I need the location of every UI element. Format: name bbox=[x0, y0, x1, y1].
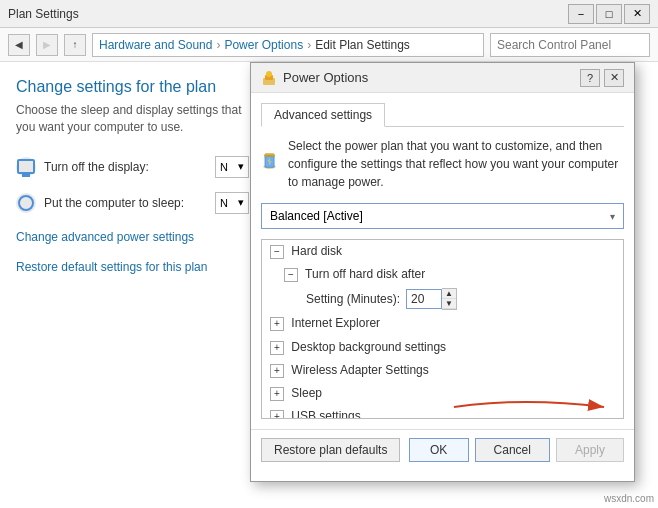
up-button[interactable]: ↑ bbox=[64, 34, 86, 56]
path-part1[interactable]: Hardware and Sound bbox=[99, 38, 212, 52]
modal-help-button[interactable]: ? bbox=[580, 69, 600, 87]
spin-up-btn[interactable]: ▲ bbox=[442, 289, 456, 299]
minutes-value[interactable]: 20 bbox=[406, 289, 442, 309]
display-setting-row: Turn off the display: N ▾ bbox=[16, 156, 249, 178]
watermark: wsxdn.com bbox=[604, 493, 654, 504]
info-section: Select the power plan that you want to c… bbox=[261, 137, 624, 191]
expand-desktop-icon[interactable]: + bbox=[270, 341, 284, 355]
apply-button[interactable]: Apply bbox=[556, 438, 624, 462]
maximize-button[interactable]: □ bbox=[596, 4, 622, 24]
expand-wireless-icon[interactable]: + bbox=[270, 364, 284, 378]
minutes-spinner[interactable]: ▲ ▼ bbox=[442, 288, 457, 310]
restore-plan-defaults-button[interactable]: Restore plan defaults bbox=[261, 438, 400, 462]
modal-body: Advanced settings Select the power plan … bbox=[251, 93, 634, 429]
expand-sleep-icon[interactable]: + bbox=[270, 387, 284, 401]
back-button[interactable]: ◀ bbox=[8, 34, 30, 56]
path-sep2: › bbox=[307, 38, 311, 52]
display-label: Turn off the display: bbox=[44, 160, 207, 174]
tree-item-desktop-bg[interactable]: + Desktop background settings bbox=[262, 336, 623, 359]
cancel-button[interactable]: Cancel bbox=[475, 438, 550, 462]
svg-point-2 bbox=[266, 71, 272, 77]
tree-item-wireless[interactable]: + Wireless Adapter Settings bbox=[262, 359, 623, 382]
window-controls: − □ ✕ bbox=[568, 4, 650, 24]
tree-item-hard-disk[interactable]: − Hard disk bbox=[262, 240, 623, 263]
tree-item-turn-off-hd[interactable]: − Turn off hard disk after bbox=[262, 263, 623, 286]
spin-down-btn[interactable]: ▼ bbox=[442, 299, 456, 309]
path-part2[interactable]: Power Options bbox=[224, 38, 303, 52]
tab-bar: Advanced settings bbox=[261, 103, 624, 127]
collapse-hard-disk-icon[interactable]: − bbox=[270, 245, 284, 259]
sleep-label: Put the computer to sleep: bbox=[44, 196, 207, 210]
collapse-turn-off-icon[interactable]: − bbox=[284, 268, 298, 282]
address-path: Hardware and Sound › Power Options › Edi… bbox=[92, 33, 484, 57]
search-input[interactable] bbox=[490, 33, 650, 57]
restore-default-link[interactable]: Restore default settings for this plan bbox=[16, 260, 249, 274]
modal-power-icon bbox=[261, 70, 277, 86]
restore-arrow-annotation bbox=[444, 392, 624, 422]
panel-subtitle: Choose the sleep and display settings th… bbox=[16, 102, 249, 136]
panel-title: Change settings for the plan bbox=[16, 78, 249, 96]
minimize-button[interactable]: − bbox=[568, 4, 594, 24]
display-value: N bbox=[220, 161, 228, 173]
title-bar: Plan Settings − □ ✕ bbox=[0, 0, 658, 28]
power-options-dialog: Power Options ? ✕ Advanced settings Sele… bbox=[250, 62, 635, 482]
dialog-buttons: OK Cancel Apply bbox=[409, 438, 624, 462]
path-part3: Edit Plan Settings bbox=[315, 38, 410, 52]
info-text: Select the power plan that you want to c… bbox=[288, 137, 624, 191]
modal-controls: ? ✕ bbox=[580, 69, 624, 87]
expand-usb-icon[interactable]: + bbox=[270, 410, 284, 419]
path-sep1: › bbox=[216, 38, 220, 52]
advanced-settings-link[interactable]: Change advanced power settings bbox=[16, 230, 249, 244]
sleep-setting-row: Put the computer to sleep: N ▾ bbox=[16, 192, 249, 214]
tree-item-setting-minutes: Setting (Minutes): 20 ▲ ▼ bbox=[262, 286, 623, 312]
ok-button[interactable]: OK bbox=[409, 438, 469, 462]
power-cup-icon bbox=[261, 137, 278, 183]
plan-dropdown-value: Balanced [Active] bbox=[270, 209, 363, 223]
close-button[interactable]: ✕ bbox=[624, 4, 650, 24]
display-dropdown[interactable]: N ▾ bbox=[215, 156, 249, 178]
plan-dropdown[interactable]: Balanced [Active] ▾ bbox=[261, 203, 624, 229]
display-icon bbox=[16, 157, 36, 177]
forward-button[interactable]: ▶ bbox=[36, 34, 58, 56]
setting-minutes-label: Setting (Minutes): bbox=[306, 292, 400, 306]
address-bar: ◀ ▶ ↑ Hardware and Sound › Power Options… bbox=[0, 28, 658, 62]
window-title: Plan Settings bbox=[8, 7, 79, 21]
modal-close-button[interactable]: ✕ bbox=[604, 69, 624, 87]
sleep-value: N bbox=[220, 197, 228, 209]
tree-item-internet-explorer[interactable]: + Internet Explorer bbox=[262, 312, 623, 335]
modal-title: Power Options bbox=[283, 70, 580, 85]
plan-dropdown-arrow: ▾ bbox=[610, 211, 615, 222]
monitor-icon bbox=[17, 159, 35, 174]
svg-rect-7 bbox=[265, 153, 274, 155]
tab-advanced-settings[interactable]: Advanced settings bbox=[261, 103, 385, 127]
expand-ie-icon[interactable]: + bbox=[270, 317, 284, 331]
display-dropdown-arrow: ▾ bbox=[238, 160, 244, 173]
sleep-circle-icon bbox=[18, 195, 34, 211]
left-panel: Change settings for the plan Choose the … bbox=[16, 78, 261, 492]
sleep-dropdown[interactable]: N ▾ bbox=[215, 192, 249, 214]
sleep-dropdown-arrow: ▾ bbox=[238, 196, 244, 209]
modal-footer: Restore plan defaults OK Cancel Apply bbox=[251, 429, 634, 470]
modal-title-bar: Power Options ? ✕ bbox=[251, 63, 634, 93]
sleep-icon bbox=[16, 193, 36, 213]
